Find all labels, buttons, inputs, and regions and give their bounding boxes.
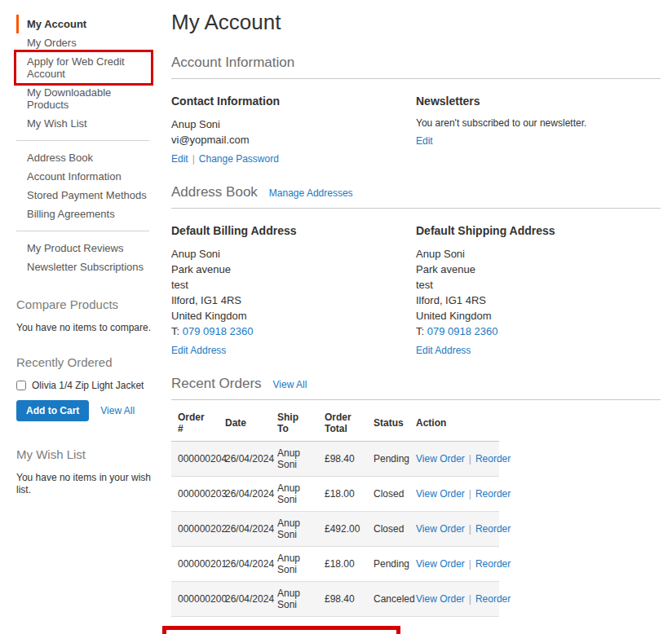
shipping-phone-link[interactable]: 079 0918 2360 (427, 325, 498, 337)
account-sidebar: My Account My Orders Apply for Web Credi… (0, 0, 151, 634)
contact-information-title: Contact Information (171, 95, 400, 108)
newsletters-box: Newsletters You aren't subscribed to our… (416, 91, 661, 165)
sidebar-item-my-account[interactable]: My Account (16, 15, 151, 33)
sidebar-item-account-information[interactable]: Account Information (16, 167, 151, 186)
newsletters-status-text: You aren't subscribed to our newsletter. (416, 117, 644, 130)
order-action-cell: View Order|Reorder (409, 477, 499, 512)
view-order-link[interactable]: View Order (416, 488, 465, 500)
recent-orders-view-all-link[interactable]: View All (273, 379, 307, 390)
link-separator: | (469, 453, 471, 464)
default-billing-address-box: Default Billing Address Anup Soni Park a… (171, 221, 416, 356)
newsletters-title: Newsletters (416, 95, 644, 108)
table-row: 000000203 26/04/2024 Anup Soni £18.00 Cl… (171, 477, 499, 512)
reorder-link[interactable]: Reorder (475, 593, 511, 605)
edit-shipping-address-link[interactable]: Edit Address (416, 345, 471, 356)
recently-ordered-view-all-link[interactable]: View All (100, 405, 135, 416)
account-information-section: Account Information Contact Information … (171, 55, 661, 165)
reorder-link[interactable]: Reorder (475, 523, 511, 535)
recently-ordered-item: Olivia 1/4 Zip Light Jacket (16, 380, 151, 391)
order-total-cell: £98.40 (318, 442, 367, 477)
billing-phone-link[interactable]: 079 0918 2360 (183, 325, 254, 337)
edit-billing-address-link[interactable]: Edit Address (171, 345, 226, 356)
sidebar-item-newsletter-subscriptions[interactable]: Newsletter Subscriptions (16, 258, 151, 276)
account-nav: My Account My Orders Apply for Web Credi… (16, 15, 151, 276)
address-book-section: Address Book Manage Addresses Default Bi… (171, 184, 661, 356)
order-id-cell: 000000200 (171, 582, 219, 617)
sidebar-item-my-downloadable-products[interactable]: My Downloadable Products (16, 83, 151, 114)
compare-products-empty-text: You have no items to compare. (16, 322, 151, 334)
account-information-heading-row: Account Information (171, 55, 661, 79)
column-header-order-total: Order Total (318, 405, 367, 442)
order-total-cell: £18.00 (318, 477, 367, 512)
sidebar-item-apply-web-credit[interactable]: Apply for Web Credit Account (16, 52, 151, 83)
view-order-link[interactable]: View Order (416, 523, 465, 535)
view-order-link[interactable]: View Order (416, 453, 465, 464)
change-password-link[interactable]: Change Password (199, 153, 279, 165)
column-header-ship-to: Ship To (271, 405, 318, 442)
reorder-link[interactable]: Reorder (475, 558, 511, 570)
order-ship-to-cell: Anup Soni (271, 442, 318, 477)
default-billing-address-title: Default Billing Address (171, 224, 400, 237)
order-ship-to-cell: Anup Soni (271, 582, 318, 617)
order-date-cell: 26/04/2024 (219, 547, 271, 582)
sidebar-item-billing-agreements[interactable]: Billing Agreements (16, 205, 151, 223)
edit-contact-link[interactable]: Edit (171, 153, 188, 165)
phone-label: T: (416, 325, 424, 337)
sidebar-item-my-wish-list[interactable]: My Wish List (16, 114, 151, 133)
order-ship-to-cell: Anup Soni (271, 547, 318, 582)
account-dashboard-page: My Account My Orders Apply for Web Credi… (0, 0, 672, 634)
link-separator: | (469, 523, 471, 535)
add-to-cart-button[interactable]: Add to Cart (16, 400, 89, 421)
nav-divider (16, 140, 149, 141)
address-line: Park avenue (416, 262, 644, 277)
reorder-link[interactable]: Reorder (475, 488, 511, 500)
link-separator: | (469, 593, 471, 605)
address-line: United Kingdom (416, 308, 644, 324)
recently-ordered-title: Recently Ordered (16, 355, 151, 369)
recent-orders-section: Recent Orders View All Order # Date Ship… (171, 376, 661, 617)
compare-products-block: Compare Products You have no items to co… (16, 297, 151, 334)
edit-newsletters-link[interactable]: Edit (416, 135, 433, 147)
sidebar-item-my-product-reviews[interactable]: My Product Reviews (16, 239, 151, 258)
sidebar-item-address-book[interactable]: Address Book (16, 148, 151, 167)
recent-orders-heading-row: Recent Orders View All (171, 376, 661, 400)
column-header-action: Action (409, 405, 499, 442)
order-ship-to-cell: Anup Soni (271, 477, 318, 512)
default-shipping-address-title: Default Shipping Address (416, 224, 644, 237)
nav-divider (16, 231, 149, 231)
table-row: 000000201 26/04/2024 Anup Soni £18.00 Pe… (171, 547, 499, 582)
order-status-cell: Canceled (367, 582, 409, 617)
wishlist-block: My Wish List You have no items in your w… (16, 447, 151, 496)
recent-item-checkbox[interactable] (16, 381, 26, 390)
order-action-cell: View Order|Reorder (409, 512, 499, 547)
address-line: Ilford, IG1 4RS (416, 293, 644, 308)
address-line: Park avenue (171, 262, 400, 277)
order-status-cell: Pending (367, 442, 409, 477)
order-action-cell: View Order|Reorder (409, 582, 499, 617)
order-date-cell: 26/04/2024 (219, 582, 271, 617)
wishlist-title: My Wish List (16, 447, 151, 461)
order-action-cell: View Order|Reorder (409, 547, 499, 582)
contact-information-box: Contact Information Anup Soni vi@yopmail… (171, 91, 416, 165)
address-phone-line: T: 079 0918 2360 (416, 324, 644, 339)
reorder-link[interactable]: Reorder (475, 453, 511, 464)
account-main-content: My Account Account Information Contact I… (151, 0, 672, 634)
link-separator: | (469, 558, 471, 570)
sidebar-item-stored-payment-methods[interactable]: Stored Payment Methods (16, 186, 151, 205)
view-order-link[interactable]: View Order (416, 593, 465, 605)
sidebar-item-my-orders[interactable]: My Orders (16, 33, 151, 52)
address-line: Anup Soni (416, 246, 644, 262)
recent-orders-table: Order # Date Ship To Order Total Status … (171, 405, 499, 617)
order-total-cell: £98.40 (318, 582, 367, 617)
column-header-status: Status (367, 405, 409, 442)
link-separator: | (469, 488, 471, 500)
recent-orders-heading: Recent Orders (171, 376, 262, 392)
address-line: test (416, 277, 644, 293)
address-line: Ilford, IG1 4RS (171, 293, 400, 308)
column-header-date: Date (219, 405, 271, 442)
order-status-cell: Closed (367, 512, 409, 547)
table-row: 000000202 26/04/2024 Anup Soni £492.00 C… (171, 512, 499, 547)
manage-addresses-link[interactable]: Manage Addresses (269, 187, 353, 199)
view-order-link[interactable]: View Order (416, 558, 465, 570)
order-id-cell: 000000203 (171, 477, 219, 512)
